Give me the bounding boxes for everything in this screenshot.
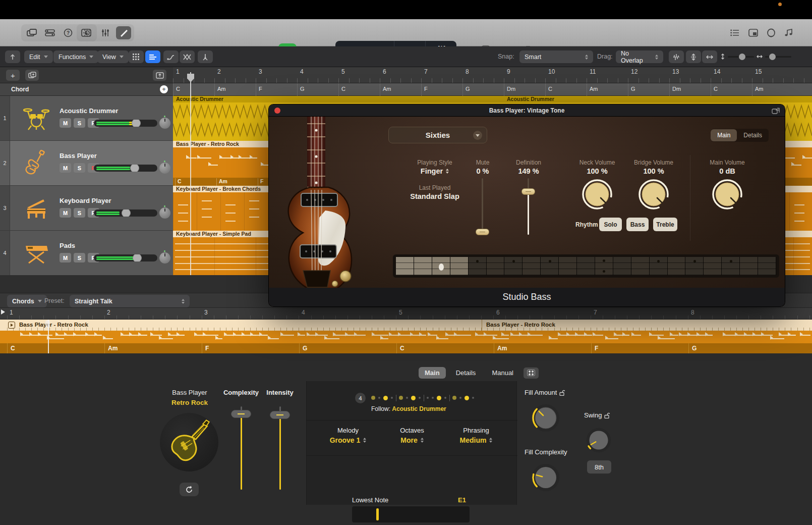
ruler-bar-number[interactable]: 12 bbox=[631, 68, 637, 75]
hide-track-header-button[interactable] bbox=[5, 50, 20, 63]
pan-knob[interactable] bbox=[159, 118, 170, 129]
horizontal-zoom-slider[interactable] bbox=[757, 53, 791, 60]
chord-cell[interactable]: G bbox=[462, 83, 504, 96]
melody-param[interactable]: Melody Groove 1 bbox=[313, 427, 383, 444]
help-icon[interactable]: ? bbox=[61, 26, 76, 39]
chord-cell[interactable]: C bbox=[711, 83, 752, 96]
editor-mode-select[interactable]: Chords bbox=[7, 295, 47, 307]
chord-cell[interactable]: Am bbox=[587, 83, 628, 96]
editor-bar-number[interactable]: 3 bbox=[204, 309, 208, 316]
grid-view-icon[interactable] bbox=[129, 50, 144, 63]
beat-dot[interactable] bbox=[399, 396, 403, 400]
ruler-bar-number[interactable]: 1 bbox=[176, 68, 180, 75]
editor-chord-lane[interactable]: CAmFGCAmFG bbox=[0, 343, 812, 353]
open-library-button[interactable] bbox=[153, 70, 166, 81]
beat-count-badge[interactable]: 4 bbox=[355, 393, 366, 403]
pan-knob[interactable] bbox=[159, 252, 170, 264]
editor-playhead-handle[interactable] bbox=[45, 320, 50, 328]
beat-dot[interactable] bbox=[391, 397, 393, 399]
beat-dot[interactable] bbox=[437, 396, 441, 400]
volume-slider[interactable] bbox=[94, 209, 157, 217]
editor-chord-cell[interactable]: F bbox=[591, 343, 688, 353]
edit-menu[interactable]: Edit bbox=[24, 50, 53, 63]
rhythm-label[interactable]: Rhythm bbox=[575, 221, 598, 228]
editor-bar-number[interactable]: 6 bbox=[496, 309, 500, 316]
list-editors-icon[interactable] bbox=[727, 26, 742, 39]
media-browser-icon[interactable] bbox=[782, 26, 797, 39]
chord-track-header[interactable]: Chord + bbox=[0, 83, 173, 96]
vertical-zoom-thumb[interactable] bbox=[739, 54, 745, 60]
beat-dot[interactable] bbox=[472, 397, 474, 399]
editor-ruler[interactable]: 12345678 bbox=[0, 308, 812, 320]
chord-cell[interactable]: F bbox=[256, 83, 297, 96]
track-name[interactable]: Keyboard Player bbox=[60, 197, 111, 204]
mixer-icon[interactable] bbox=[98, 26, 113, 39]
track-name[interactable]: Pads bbox=[60, 242, 75, 249]
beat-dot[interactable] bbox=[452, 396, 456, 400]
editor-chord-cell[interactable]: Am bbox=[494, 343, 591, 353]
track-name[interactable]: Bass Player bbox=[60, 152, 97, 160]
list-view-icon[interactable] bbox=[145, 50, 160, 63]
pan-knob[interactable] bbox=[159, 207, 170, 219]
beat-dot[interactable] bbox=[444, 397, 446, 399]
regenerate-button[interactable] bbox=[180, 483, 199, 496]
arrange-ruler[interactable]: 123456789101112131415 bbox=[173, 67, 812, 83]
editor-chord-cell[interactable]: Am bbox=[104, 343, 202, 353]
chord-cell[interactable]: F bbox=[421, 83, 462, 96]
chord-cell[interactable]: G bbox=[628, 83, 669, 96]
lowest-note-marker[interactable] bbox=[376, 508, 379, 520]
editor-region-header[interactable]: Bass Player - Retro Rock Bass Player - R… bbox=[0, 320, 812, 331]
plugin-link-icon[interactable] bbox=[772, 107, 780, 116]
inspector-panel-icon[interactable] bbox=[745, 26, 761, 39]
bass-pickup-button[interactable]: Bass bbox=[626, 218, 649, 231]
plugin-titlebar[interactable]: Bass Player: Vintage Tone bbox=[269, 104, 785, 117]
quick-help-apps-icon[interactable] bbox=[24, 26, 39, 39]
track-header-row[interactable]: 1Acoustic DrummerMSR bbox=[0, 96, 173, 141]
duplicate-track-button[interactable] bbox=[25, 70, 39, 81]
beat-dot[interactable] bbox=[419, 397, 421, 399]
editor-chord-cell[interactable]: G bbox=[299, 343, 396, 353]
chord-cell[interactable]: Dm bbox=[669, 83, 711, 96]
plugin-preset-select[interactable]: Sixties bbox=[388, 127, 487, 143]
swing-rate-button[interactable]: 8th bbox=[587, 460, 611, 474]
lowest-note-slider[interactable] bbox=[352, 506, 470, 522]
plugin-tab-main[interactable]: Main bbox=[711, 129, 737, 141]
playhead[interactable] bbox=[190, 72, 191, 275]
editor-chord-cell[interactable]: F bbox=[202, 343, 299, 353]
editor-bar-number[interactable]: 8 bbox=[691, 309, 694, 316]
editor-bar-number[interactable]: 7 bbox=[594, 309, 597, 316]
ruler-bar-number[interactable]: 9 bbox=[507, 68, 510, 75]
swing-knob[interactable] bbox=[586, 427, 612, 455]
arrange-chord-track[interactable]: CAmFGCAmFGDmCAmGDmCAm bbox=[173, 83, 812, 96]
ruler-bar-number[interactable]: 4 bbox=[300, 68, 304, 75]
beat-dot[interactable] bbox=[378, 397, 380, 399]
editor-chord-cell[interactable]: C bbox=[396, 343, 494, 353]
ruler-bar-number[interactable]: 7 bbox=[424, 68, 428, 75]
view-menu[interactable]: View bbox=[97, 50, 129, 63]
solo-button[interactable]: S bbox=[74, 253, 85, 262]
octaves-param[interactable]: Octaves More bbox=[377, 427, 447, 444]
horizontal-zoom-icon[interactable] bbox=[702, 50, 717, 63]
mute-slider-handle[interactable] bbox=[476, 229, 489, 235]
chord-add-icon[interactable]: + bbox=[160, 85, 168, 93]
beat-dot[interactable] bbox=[432, 397, 434, 399]
tab-main[interactable]: Main bbox=[419, 367, 446, 379]
ruler-bar-number[interactable]: 14 bbox=[714, 68, 720, 75]
editor-chord-cell[interactable]: G bbox=[688, 343, 786, 353]
solo-button[interactable]: S bbox=[74, 208, 85, 218]
mute-button[interactable]: M bbox=[60, 163, 71, 173]
tab-manual[interactable]: Manual bbox=[486, 367, 519, 379]
vertical-zoom-slider[interactable] bbox=[720, 53, 754, 60]
pencil-tool-icon[interactable] bbox=[116, 26, 131, 39]
ruler-bar-number[interactable]: 13 bbox=[672, 68, 679, 75]
playing-style-value[interactable]: Finger bbox=[421, 167, 449, 175]
editor-bar-number[interactable]: 4 bbox=[302, 309, 305, 316]
mute-button[interactable]: M bbox=[60, 118, 71, 128]
volume-slider[interactable] bbox=[94, 254, 157, 261]
knob-grid-icon[interactable] bbox=[524, 368, 539, 379]
chord-cell[interactable]: Am bbox=[380, 83, 421, 96]
beat-dot[interactable] bbox=[427, 397, 429, 399]
ruler-bar-number[interactable]: 5 bbox=[341, 68, 345, 75]
fill-complexity-knob[interactable] bbox=[532, 463, 560, 494]
beat-dot[interactable] bbox=[406, 397, 408, 399]
